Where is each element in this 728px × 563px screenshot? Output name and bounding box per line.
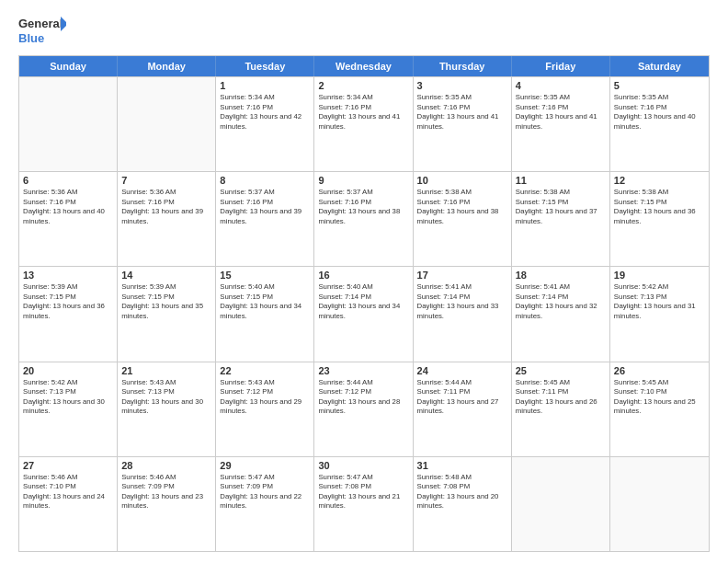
empty-cell: [512, 457, 610, 551]
empty-cell: [610, 457, 709, 551]
cell-detail: Sunrise: 5:39 AM Sunset: 7:15 PM Dayligh…: [121, 282, 211, 321]
day-cell-24: 24 Sunrise: 5:44 AM Sunset: 7:11 PM Dayl…: [414, 362, 512, 456]
day-number: 3: [417, 80, 507, 91]
cell-detail: Sunrise: 5:45 AM Sunset: 7:10 PM Dayligh…: [614, 378, 705, 417]
day-cell-1: 1 Sunrise: 5:34 AM Sunset: 7:16 PM Dayli…: [216, 77, 314, 171]
calendar-week-3: 13 Sunrise: 5:39 AM Sunset: 7:15 PM Dayl…: [19, 266, 709, 361]
day-number: 21: [121, 365, 211, 376]
calendar-week-5: 27 Sunrise: 5:46 AM Sunset: 7:10 PM Dayl…: [19, 456, 709, 551]
cell-detail: Sunrise: 5:40 AM Sunset: 7:14 PM Dayligh…: [318, 282, 408, 321]
day-cell-17: 17 Sunrise: 5:41 AM Sunset: 7:14 PM Dayl…: [414, 267, 512, 361]
cell-detail: Sunrise: 5:38 AM Sunset: 7:15 PM Dayligh…: [614, 188, 705, 226]
day-number: 14: [121, 270, 211, 281]
cell-detail: Sunrise: 5:47 AM Sunset: 7:08 PM Dayligh…: [318, 473, 408, 511]
cell-detail: Sunrise: 5:46 AM Sunset: 7:10 PM Dayligh…: [23, 473, 113, 511]
day-cell-22: 22 Sunrise: 5:43 AM Sunset: 7:12 PM Dayl…: [216, 362, 314, 456]
day-number: 6: [23, 175, 113, 186]
day-number: 12: [614, 175, 705, 186]
logo: General Blue: [18, 15, 66, 48]
cell-detail: Sunrise: 5:43 AM Sunset: 7:12 PM Dayligh…: [220, 378, 310, 417]
cell-detail: Sunrise: 5:41 AM Sunset: 7:14 PM Dayligh…: [516, 282, 606, 321]
day-cell-29: 29 Sunrise: 5:47 AM Sunset: 7:09 PM Dayl…: [216, 457, 314, 551]
cell-detail: Sunrise: 5:39 AM Sunset: 7:15 PM Dayligh…: [23, 282, 113, 321]
header-day-friday: Friday: [512, 56, 610, 76]
day-cell-21: 21 Sunrise: 5:43 AM Sunset: 7:13 PM Dayl…: [118, 362, 216, 456]
day-cell-27: 27 Sunrise: 5:46 AM Sunset: 7:10 PM Dayl…: [19, 457, 118, 551]
day-number: 18: [516, 270, 606, 281]
day-cell-11: 11 Sunrise: 5:38 AM Sunset: 7:15 PM Dayl…: [512, 172, 610, 266]
cell-detail: Sunrise: 5:44 AM Sunset: 7:11 PM Dayligh…: [417, 378, 507, 417]
cell-detail: Sunrise: 5:37 AM Sunset: 7:16 PM Dayligh…: [318, 188, 408, 226]
cell-detail: Sunrise: 5:41 AM Sunset: 7:14 PM Dayligh…: [417, 282, 507, 321]
day-number: 30: [318, 460, 408, 471]
day-number: 8: [220, 175, 310, 186]
header-day-saturday: Saturday: [610, 56, 709, 76]
cell-detail: Sunrise: 5:42 AM Sunset: 7:13 PM Dayligh…: [614, 282, 705, 321]
day-number: 25: [516, 365, 606, 376]
header-day-tuesday: Tuesday: [216, 56, 314, 76]
day-cell-16: 16 Sunrise: 5:40 AM Sunset: 7:14 PM Dayl…: [314, 267, 413, 361]
day-number: 29: [220, 460, 310, 471]
day-cell-14: 14 Sunrise: 5:39 AM Sunset: 7:15 PM Dayl…: [118, 267, 216, 361]
day-cell-26: 26 Sunrise: 5:45 AM Sunset: 7:10 PM Dayl…: [610, 362, 709, 456]
calendar-week-1: 1 Sunrise: 5:34 AM Sunset: 7:16 PM Dayli…: [19, 76, 709, 171]
cell-detail: Sunrise: 5:45 AM Sunset: 7:11 PM Dayligh…: [516, 378, 606, 417]
day-cell-20: 20 Sunrise: 5:42 AM Sunset: 7:13 PM Dayl…: [19, 362, 118, 456]
day-cell-19: 19 Sunrise: 5:42 AM Sunset: 7:13 PM Dayl…: [610, 267, 709, 361]
header-day-wednesday: Wednesday: [314, 56, 413, 76]
day-number: 4: [516, 80, 606, 91]
header-day-thursday: Thursday: [414, 56, 512, 76]
cell-detail: Sunrise: 5:38 AM Sunset: 7:15 PM Dayligh…: [516, 188, 606, 226]
day-cell-28: 28 Sunrise: 5:46 AM Sunset: 7:09 PM Dayl…: [118, 457, 216, 551]
day-number: 31: [417, 460, 507, 471]
day-number: 15: [220, 270, 310, 281]
day-number: 5: [614, 80, 705, 91]
day-number: 16: [318, 270, 408, 281]
header-day-sunday: Sunday: [19, 56, 118, 76]
cell-detail: Sunrise: 5:38 AM Sunset: 7:16 PM Dayligh…: [417, 188, 507, 226]
cell-detail: Sunrise: 5:48 AM Sunset: 7:08 PM Dayligh…: [417, 473, 507, 511]
day-number: 11: [516, 175, 606, 186]
day-cell-18: 18 Sunrise: 5:41 AM Sunset: 7:14 PM Dayl…: [512, 267, 610, 361]
day-cell-25: 25 Sunrise: 5:45 AM Sunset: 7:11 PM Dayl…: [512, 362, 610, 456]
calendar-week-4: 20 Sunrise: 5:42 AM Sunset: 7:13 PM Dayl…: [19, 362, 709, 456]
cell-detail: Sunrise: 5:36 AM Sunset: 7:16 PM Dayligh…: [23, 188, 113, 226]
day-cell-4: 4 Sunrise: 5:35 AM Sunset: 7:16 PM Dayli…: [512, 77, 610, 171]
day-number: 26: [614, 365, 705, 376]
day-cell-15: 15 Sunrise: 5:40 AM Sunset: 7:15 PM Dayl…: [216, 267, 314, 361]
day-cell-8: 8 Sunrise: 5:37 AM Sunset: 7:16 PM Dayli…: [216, 172, 314, 266]
calendar: SundayMondayTuesdayWednesdayThursdayFrid…: [18, 55, 710, 552]
cell-detail: Sunrise: 5:47 AM Sunset: 7:09 PM Dayligh…: [220, 473, 310, 511]
day-number: 22: [220, 365, 310, 376]
cell-detail: Sunrise: 5:37 AM Sunset: 7:16 PM Dayligh…: [220, 188, 310, 226]
day-cell-31: 31 Sunrise: 5:48 AM Sunset: 7:08 PM Dayl…: [414, 457, 512, 551]
day-cell-23: 23 Sunrise: 5:44 AM Sunset: 7:12 PM Dayl…: [314, 362, 413, 456]
svg-text:General: General: [18, 17, 63, 30]
day-cell-10: 10 Sunrise: 5:38 AM Sunset: 7:16 PM Dayl…: [414, 172, 512, 266]
cell-detail: Sunrise: 5:34 AM Sunset: 7:16 PM Dayligh…: [220, 93, 310, 132]
day-number: 20: [23, 365, 113, 376]
empty-cell: [118, 77, 216, 171]
calendar-body: 1 Sunrise: 5:34 AM Sunset: 7:16 PM Dayli…: [19, 76, 709, 551]
day-cell-7: 7 Sunrise: 5:36 AM Sunset: 7:16 PM Dayli…: [118, 172, 216, 266]
day-number: 17: [417, 270, 507, 281]
day-number: 28: [121, 460, 211, 471]
svg-marker-2: [61, 17, 66, 31]
logo-svg: General Blue: [18, 15, 66, 48]
empty-cell: [19, 77, 118, 171]
cell-detail: Sunrise: 5:35 AM Sunset: 7:16 PM Dayligh…: [417, 93, 507, 132]
day-number: 10: [417, 175, 507, 186]
day-cell-13: 13 Sunrise: 5:39 AM Sunset: 7:15 PM Dayl…: [19, 267, 118, 361]
cell-detail: Sunrise: 5:42 AM Sunset: 7:13 PM Dayligh…: [23, 378, 113, 417]
day-number: 9: [318, 175, 408, 186]
cell-detail: Sunrise: 5:35 AM Sunset: 7:16 PM Dayligh…: [516, 93, 606, 132]
svg-text:Blue: Blue: [18, 31, 44, 45]
day-cell-2: 2 Sunrise: 5:34 AM Sunset: 7:16 PM Dayli…: [314, 77, 413, 171]
day-cell-3: 3 Sunrise: 5:35 AM Sunset: 7:16 PM Dayli…: [414, 77, 512, 171]
cell-detail: Sunrise: 5:40 AM Sunset: 7:15 PM Dayligh…: [220, 282, 310, 321]
day-cell-9: 9 Sunrise: 5:37 AM Sunset: 7:16 PM Dayli…: [314, 172, 413, 266]
day-number: 24: [417, 365, 507, 376]
day-number: 2: [318, 80, 408, 91]
header-day-monday: Monday: [118, 56, 216, 76]
day-number: 23: [318, 365, 408, 376]
